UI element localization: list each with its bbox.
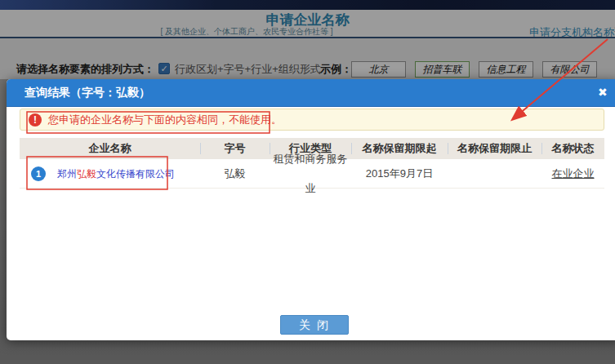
row-index-badge: 1 <box>31 166 46 181</box>
trade-name-cell: 弘毅 <box>200 159 270 189</box>
column-header-status: 名称状态 <box>541 138 604 159</box>
company-name-prefix: 郑州 <box>57 168 77 180</box>
warning-banner: ! 您申请的企业名称与下面的内容相同，不能使用。 <box>20 109 604 131</box>
modal-header: 查询结果（字号：弘毅） ✖ <box>7 79 615 107</box>
column-header-company-name: 企业名称 <box>20 138 200 159</box>
column-header-trade-name: 字号 <box>200 138 270 159</box>
company-name-link[interactable]: 郑州弘毅文化传播有限公司 <box>57 159 175 189</box>
company-name-suffix: 文化传播有限公司 <box>96 168 175 180</box>
app-window: 申请企业名称 [ 及其他企业、个体工商户、农民专业合作社等 ] 申请分支机构名称… <box>0 0 615 364</box>
status-cell: 在业企业 <box>541 159 604 189</box>
table-row: 1 郑州弘毅文化传播有限公司 弘毅 租赁和商务服务业 2015年9月7日 在业企… <box>20 159 604 189</box>
company-name-highlight: 弘毅 <box>77 168 96 180</box>
query-result-modal: 查询结果（字号：弘毅） ✖ ! 您申请的企业名称与下面的内容相同，不能使用。 企… <box>7 79 615 340</box>
company-name-cell: 1 郑州弘毅文化传播有限公司 <box>20 159 200 189</box>
industry-cell: 租赁和商务服务业 <box>270 144 351 203</box>
status-text[interactable]: 在业企业 <box>552 167 595 180</box>
warning-message: 您申请的企业名称与下面的内容相同，不能使用。 <box>48 109 282 131</box>
close-icon[interactable]: ✖ <box>598 86 608 99</box>
column-header-reserve-start: 名称保留期限起 <box>351 138 448 159</box>
reserve-start-cell: 2015年9月7日 <box>351 159 448 189</box>
close-button[interactable]: 关 闭 <box>280 315 349 335</box>
modal-title: 查询结果（字号：弘毅） <box>25 86 150 100</box>
column-header-reserve-end: 名称保留期限止 <box>448 138 541 159</box>
exclamation-icon: ! <box>29 113 42 127</box>
